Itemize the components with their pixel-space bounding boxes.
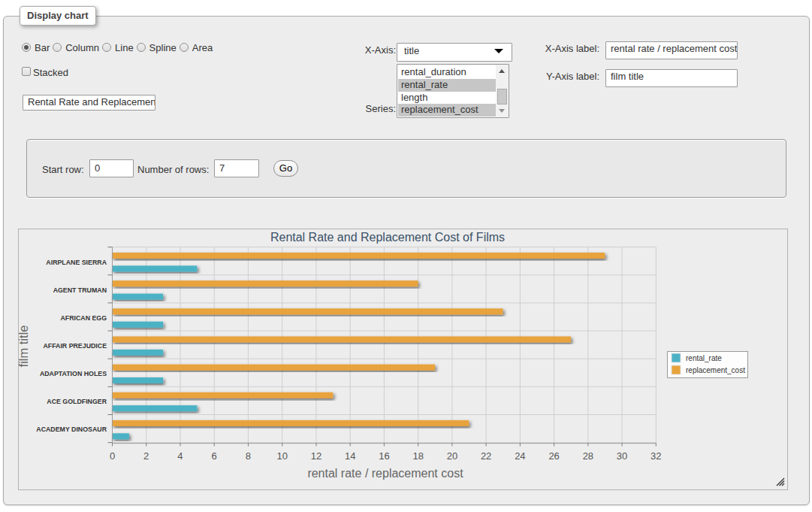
svg-text:rental rate / replacement cost: rental rate / replacement cost [307,467,463,480]
svg-text:22: 22 [481,450,491,462]
svg-text:ACADEMY DINOSAUR: ACADEMY DINOSAUR [36,426,107,433]
svg-text:Rental Rate and Replacement Co: Rental Rate and Replacement Cost of Film… [270,231,505,244]
svg-text:30: 30 [617,450,627,462]
svg-text:AGENT TRUMAN: AGENT TRUMAN [53,286,107,294]
svg-text:10: 10 [276,450,287,462]
svg-text:ACE GOLDFINGER: ACE GOLDFINGER [47,398,107,405]
svg-text:24: 24 [515,450,525,462]
svg-text:2: 2 [143,450,149,462]
svg-text:8: 8 [246,450,251,462]
svg-text:18: 18 [412,450,423,462]
svg-text:20: 20 [447,450,457,462]
svg-text:AFRICAN EGG: AFRICAN EGG [60,314,107,322]
svg-text:rental_rate: rental_rate [686,354,722,362]
svg-text:ADAPTATION HOLES: ADAPTATION HOLES [40,370,107,377]
svg-text:0: 0 [110,450,115,462]
svg-text:12: 12 [311,450,321,462]
svg-text:AIRPLANE SIERRA: AIRPLANE SIERRA [46,259,107,266]
svg-text:32: 32 [651,450,661,462]
svg-text:14: 14 [345,450,355,462]
svg-text:28: 28 [583,450,593,462]
svg-text:4: 4 [177,450,183,462]
svg-text:26: 26 [548,450,559,462]
svg-text:film title: film title [19,326,30,368]
svg-text:AFFAIR PREJUDICE: AFFAIR PREJUDICE [43,342,107,350]
svg-text:6: 6 [212,450,217,462]
svg-text:replacement_cost: replacement_cost [686,366,745,374]
svg-text:16: 16 [379,450,389,462]
